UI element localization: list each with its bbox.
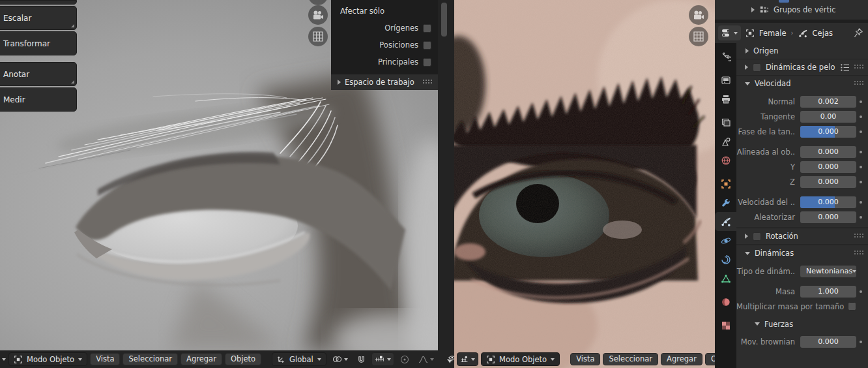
editor-type-chevron-icon[interactable] (2, 358, 6, 361)
snap-settings-dropdown[interactable] (371, 352, 394, 366)
drag-grip-icon[interactable] (854, 81, 864, 86)
tab-modifiers[interactable] (715, 193, 736, 212)
tool-item-transform[interactable]: Transformar (0, 31, 77, 55)
menu-view[interactable]: Vista (90, 353, 120, 366)
tab-object[interactable] (715, 174, 736, 193)
breadcrumb-particle-system[interactable]: Cejas (813, 29, 833, 38)
breadcrumb-object[interactable]: Female (759, 29, 787, 38)
tab-world[interactable] (715, 151, 736, 170)
brownian-field[interactable]: 0.000 (800, 336, 856, 348)
chevron-down-icon (317, 358, 321, 361)
keyframe-dot-icon[interactable] (856, 130, 865, 133)
camera-view-button[interactable] (689, 5, 708, 25)
object-aligned-x-field[interactable]: 0.000 (800, 146, 856, 158)
keyframe-dot-icon[interactable] (856, 115, 865, 118)
keyframe-dot-icon[interactable] (856, 290, 865, 293)
tab-constraints[interactable] (715, 250, 736, 269)
tool-item-scale[interactable]: Escalar (0, 6, 77, 30)
workspace-panel-header[interactable]: Espacio de trabajo (331, 74, 438, 90)
menu-select[interactable]: Seleccionar (603, 353, 658, 366)
locations-checkbox[interactable] (423, 41, 431, 50)
tab-particles[interactable] (715, 212, 736, 231)
panel-forces[interactable]: Fuerzas (736, 316, 868, 331)
drag-grip-icon[interactable] (854, 234, 864, 239)
mode-dropdown[interactable]: Modo Objeto (481, 352, 560, 366)
tab-scene[interactable] (715, 132, 736, 151)
keyframe-dot-icon[interactable] (856, 216, 865, 219)
tab-physics[interactable] (715, 231, 736, 250)
ortho-toggle-button[interactable] (308, 27, 328, 46)
proportional-falloff-dropdown[interactable] (415, 352, 437, 366)
panel-velocity[interactable]: Velocidad (736, 76, 868, 91)
panel-dynamics[interactable]: Dinámicas (736, 245, 868, 261)
scene-icon (721, 136, 731, 147)
object-velocity-slider[interactable]: 0.000 (800, 196, 856, 208)
tool-item-measure[interactable]: Medir (0, 87, 77, 112)
normal-field[interactable]: 0.002 (800, 96, 856, 108)
mode-dropdown[interactable]: Modo Objeto (8, 352, 87, 366)
snap-toggle[interactable] (354, 352, 369, 366)
tab-material[interactable] (715, 292, 736, 311)
tool-item-partial[interactable] (0, 0, 77, 5)
parents-checkbox[interactable] (423, 58, 431, 67)
tab-texture[interactable] (715, 316, 736, 335)
menu-view[interactable]: Vista (570, 353, 600, 366)
option-origins[interactable]: Orígenes (331, 20, 438, 37)
tool-label: Anotar (3, 70, 29, 79)
keyframe-dot-icon[interactable] (856, 166, 865, 168)
popover-scrollbar[interactable] (441, 3, 447, 37)
multiply-mass-row[interactable]: Multiplicar masa por tamaño (736, 299, 856, 313)
menu-add[interactable]: Agregar (661, 353, 702, 366)
properties-editor-dropdown[interactable] (718, 25, 741, 40)
menu-add[interactable]: Agregar (181, 353, 222, 366)
menu-object[interactable]: Objeto (225, 353, 261, 366)
panel-origin[interactable]: Origen (736, 43, 868, 59)
pin-icon[interactable] (854, 28, 863, 38)
rotation-checkbox[interactable] (753, 232, 761, 241)
object-aligned-y-field[interactable]: 0.000 (800, 161, 856, 173)
drag-grip-icon[interactable] (423, 80, 433, 85)
orientation-dropdown[interactable]: Global (272, 352, 326, 366)
keyframe-dot-icon[interactable] (856, 341, 865, 343)
presets-list-icon[interactable] (840, 63, 850, 72)
field-row: Z 0.000 (736, 175, 865, 189)
drag-grip-icon[interactable] (854, 251, 864, 256)
keyframe-dot-icon[interactable] (856, 151, 865, 153)
viewport-solid[interactable]: Escalar Transformar Anotar Medir Afectar… (0, 0, 454, 350)
tab-render[interactable] (715, 70, 736, 89)
option-parents[interactable]: Principales (331, 54, 438, 70)
camera-view-button[interactable] (308, 5, 328, 25)
keyframe-dot-icon[interactable] (856, 201, 865, 204)
panel-label: Origen (753, 46, 779, 55)
hair-dynamics-checkbox[interactable] (753, 63, 761, 72)
mass-field[interactable]: 1.000 (800, 286, 856, 298)
randomize-field[interactable]: 0.000 (800, 211, 856, 223)
panel-rotation[interactable]: Rotación (736, 228, 868, 244)
keyframe-dot-icon[interactable] (856, 100, 865, 103)
object-aligned-z-field[interactable]: 0.000 (800, 176, 856, 188)
keyframe-dot-icon[interactable] (856, 181, 865, 183)
tab-object-data[interactable] (715, 269, 736, 288)
proportional-toggle[interactable] (397, 352, 412, 366)
panel-hair-dynamics[interactable]: Dinámicas de pelo (736, 59, 868, 75)
pivot-dropdown[interactable] (329, 352, 351, 366)
workspace-label: Espacio de trabajo (345, 78, 414, 87)
tool-icon (721, 52, 731, 62)
ortho-toggle-button[interactable] (689, 27, 708, 46)
multiply-mass-checkbox[interactable] (848, 302, 856, 311)
dynamics-type-dropdown[interactable]: Newtonianas (800, 266, 856, 277)
tab-tool[interactable] (715, 47, 736, 66)
viewport-rendered[interactable] (454, 0, 715, 368)
menu-select[interactable]: Seleccionar (123, 353, 178, 366)
tangent-field[interactable]: 0.00 (800, 111, 856, 123)
modifiers-wrench-icon (721, 198, 731, 208)
editor-type-dropdown[interactable] (457, 352, 478, 366)
origins-checkbox[interactable] (423, 24, 431, 33)
tab-view-layer[interactable] (715, 113, 736, 132)
tab-output[interactable] (715, 89, 736, 108)
option-locations[interactable]: Posiciones (331, 37, 438, 54)
vertex-groups-row[interactable]: Grupos de vértic (715, 0, 868, 20)
tangent-phase-slider[interactable]: 0.000 (800, 126, 856, 138)
tool-item-annotate[interactable]: Anotar (0, 62, 77, 86)
drag-grip-icon[interactable] (854, 65, 864, 70)
